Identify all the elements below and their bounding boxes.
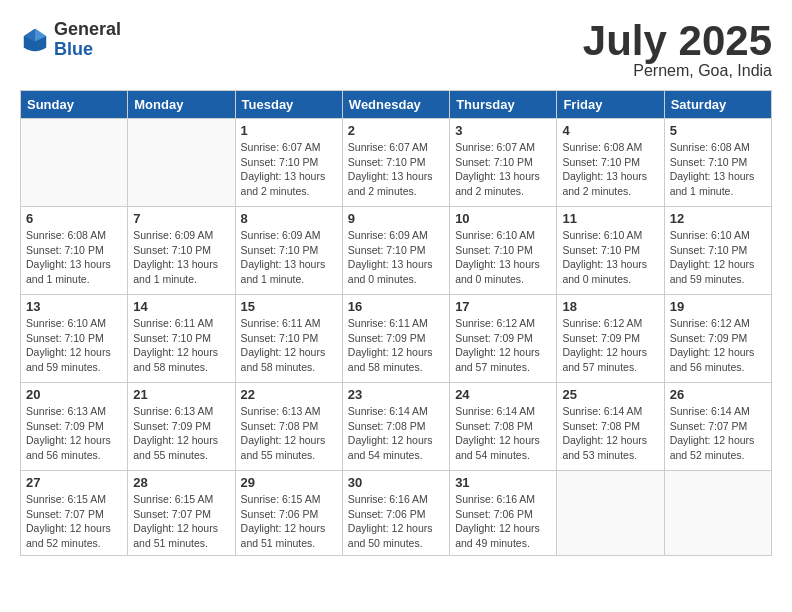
day-number: 3 [455,123,551,138]
day-info: Sunrise: 6:08 AM Sunset: 7:10 PM Dayligh… [670,140,766,199]
calendar-day-cell [21,119,128,207]
day-number: 13 [26,299,122,314]
calendar-day-cell: 14Sunrise: 6:11 AM Sunset: 7:10 PM Dayli… [128,295,235,383]
day-number: 28 [133,475,229,490]
calendar-day-cell [128,119,235,207]
calendar-day-cell: 16Sunrise: 6:11 AM Sunset: 7:09 PM Dayli… [342,295,449,383]
day-number: 2 [348,123,444,138]
day-info: Sunrise: 6:12 AM Sunset: 7:09 PM Dayligh… [562,316,658,375]
calendar-day-cell: 7Sunrise: 6:09 AM Sunset: 7:10 PM Daylig… [128,207,235,295]
day-info: Sunrise: 6:07 AM Sunset: 7:10 PM Dayligh… [455,140,551,199]
day-info: Sunrise: 6:12 AM Sunset: 7:09 PM Dayligh… [455,316,551,375]
day-number: 18 [562,299,658,314]
day-number: 29 [241,475,337,490]
calendar-day-cell: 29Sunrise: 6:15 AM Sunset: 7:06 PM Dayli… [235,471,342,556]
day-number: 5 [670,123,766,138]
day-number: 20 [26,387,122,402]
day-info: Sunrise: 6:11 AM Sunset: 7:10 PM Dayligh… [241,316,337,375]
calendar-day-cell: 26Sunrise: 6:14 AM Sunset: 7:07 PM Dayli… [664,383,771,471]
calendar-day-cell: 18Sunrise: 6:12 AM Sunset: 7:09 PM Dayli… [557,295,664,383]
calendar-day-cell: 17Sunrise: 6:12 AM Sunset: 7:09 PM Dayli… [450,295,557,383]
day-info: Sunrise: 6:10 AM Sunset: 7:10 PM Dayligh… [26,316,122,375]
day-info: Sunrise: 6:11 AM Sunset: 7:10 PM Dayligh… [133,316,229,375]
calendar-header-row: SundayMondayTuesdayWednesdayThursdayFrid… [21,91,772,119]
day-info: Sunrise: 6:07 AM Sunset: 7:10 PM Dayligh… [348,140,444,199]
day-number: 15 [241,299,337,314]
location-subtitle: Pernem, Goa, India [583,62,772,80]
day-info: Sunrise: 6:09 AM Sunset: 7:10 PM Dayligh… [133,228,229,287]
day-number: 22 [241,387,337,402]
calendar-day-cell: 20Sunrise: 6:13 AM Sunset: 7:09 PM Dayli… [21,383,128,471]
day-info: Sunrise: 6:08 AM Sunset: 7:10 PM Dayligh… [562,140,658,199]
calendar-day-cell: 30Sunrise: 6:16 AM Sunset: 7:06 PM Dayli… [342,471,449,556]
logo-text: General Blue [54,20,121,60]
day-number: 27 [26,475,122,490]
calendar-day-cell [557,471,664,556]
day-number: 26 [670,387,766,402]
calendar-header-tuesday: Tuesday [235,91,342,119]
day-info: Sunrise: 6:16 AM Sunset: 7:06 PM Dayligh… [348,492,444,551]
calendar-header-wednesday: Wednesday [342,91,449,119]
calendar-day-cell: 25Sunrise: 6:14 AM Sunset: 7:08 PM Dayli… [557,383,664,471]
calendar-header-sunday: Sunday [21,91,128,119]
calendar-day-cell: 23Sunrise: 6:14 AM Sunset: 7:08 PM Dayli… [342,383,449,471]
day-number: 16 [348,299,444,314]
calendar-week-row: 20Sunrise: 6:13 AM Sunset: 7:09 PM Dayli… [21,383,772,471]
calendar-header-monday: Monday [128,91,235,119]
day-number: 8 [241,211,337,226]
calendar-day-cell: 21Sunrise: 6:13 AM Sunset: 7:09 PM Dayli… [128,383,235,471]
day-info: Sunrise: 6:07 AM Sunset: 7:10 PM Dayligh… [241,140,337,199]
page-header: General Blue July 2025 Pernem, Goa, Indi… [20,20,772,80]
calendar-table: SundayMondayTuesdayWednesdayThursdayFrid… [20,90,772,556]
day-number: 10 [455,211,551,226]
day-info: Sunrise: 6:14 AM Sunset: 7:08 PM Dayligh… [348,404,444,463]
day-number: 7 [133,211,229,226]
day-info: Sunrise: 6:13 AM Sunset: 7:08 PM Dayligh… [241,404,337,463]
day-info: Sunrise: 6:15 AM Sunset: 7:07 PM Dayligh… [26,492,122,551]
calendar-day-cell: 5Sunrise: 6:08 AM Sunset: 7:10 PM Daylig… [664,119,771,207]
day-number: 1 [241,123,337,138]
calendar-day-cell: 10Sunrise: 6:10 AM Sunset: 7:10 PM Dayli… [450,207,557,295]
day-number: 6 [26,211,122,226]
day-number: 4 [562,123,658,138]
day-info: Sunrise: 6:14 AM Sunset: 7:08 PM Dayligh… [562,404,658,463]
day-number: 12 [670,211,766,226]
day-number: 24 [455,387,551,402]
calendar-week-row: 27Sunrise: 6:15 AM Sunset: 7:07 PM Dayli… [21,471,772,556]
day-info: Sunrise: 6:16 AM Sunset: 7:06 PM Dayligh… [455,492,551,551]
calendar-day-cell: 27Sunrise: 6:15 AM Sunset: 7:07 PM Dayli… [21,471,128,556]
day-info: Sunrise: 6:13 AM Sunset: 7:09 PM Dayligh… [133,404,229,463]
calendar-day-cell: 31Sunrise: 6:16 AM Sunset: 7:06 PM Dayli… [450,471,557,556]
calendar-week-row: 6Sunrise: 6:08 AM Sunset: 7:10 PM Daylig… [21,207,772,295]
calendar-day-cell: 8Sunrise: 6:09 AM Sunset: 7:10 PM Daylig… [235,207,342,295]
calendar-day-cell: 3Sunrise: 6:07 AM Sunset: 7:10 PM Daylig… [450,119,557,207]
day-info: Sunrise: 6:15 AM Sunset: 7:07 PM Dayligh… [133,492,229,551]
calendar-day-cell: 1Sunrise: 6:07 AM Sunset: 7:10 PM Daylig… [235,119,342,207]
day-number: 14 [133,299,229,314]
calendar-header-thursday: Thursday [450,91,557,119]
title-block: July 2025 Pernem, Goa, India [583,20,772,80]
calendar-day-cell: 6Sunrise: 6:08 AM Sunset: 7:10 PM Daylig… [21,207,128,295]
logo-icon [20,25,50,55]
logo-general-text: General [54,20,121,40]
day-info: Sunrise: 6:15 AM Sunset: 7:06 PM Dayligh… [241,492,337,551]
calendar-header-friday: Friday [557,91,664,119]
day-info: Sunrise: 6:13 AM Sunset: 7:09 PM Dayligh… [26,404,122,463]
calendar-day-cell: 15Sunrise: 6:11 AM Sunset: 7:10 PM Dayli… [235,295,342,383]
day-info: Sunrise: 6:09 AM Sunset: 7:10 PM Dayligh… [241,228,337,287]
day-info: Sunrise: 6:14 AM Sunset: 7:08 PM Dayligh… [455,404,551,463]
day-number: 25 [562,387,658,402]
calendar-day-cell [664,471,771,556]
day-number: 19 [670,299,766,314]
day-number: 9 [348,211,444,226]
calendar-week-row: 13Sunrise: 6:10 AM Sunset: 7:10 PM Dayli… [21,295,772,383]
calendar-day-cell: 19Sunrise: 6:12 AM Sunset: 7:09 PM Dayli… [664,295,771,383]
logo: General Blue [20,20,121,60]
day-number: 17 [455,299,551,314]
calendar-day-cell: 13Sunrise: 6:10 AM Sunset: 7:10 PM Dayli… [21,295,128,383]
day-info: Sunrise: 6:12 AM Sunset: 7:09 PM Dayligh… [670,316,766,375]
day-info: Sunrise: 6:14 AM Sunset: 7:07 PM Dayligh… [670,404,766,463]
month-title: July 2025 [583,20,772,62]
day-number: 31 [455,475,551,490]
calendar-day-cell: 2Sunrise: 6:07 AM Sunset: 7:10 PM Daylig… [342,119,449,207]
